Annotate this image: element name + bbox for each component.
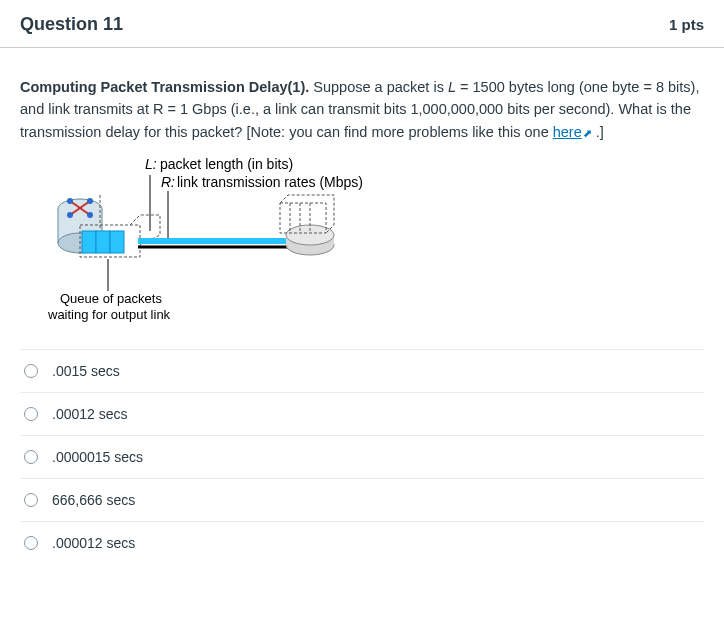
radio-icon [24,450,38,464]
prompt-text3: .] [592,124,604,140]
question-title: Question 11 [20,14,123,35]
here-link[interactable]: here⬈ [553,124,592,140]
radio-icon [24,493,38,507]
question-prompt: Computing Packet Transmission Delay(1). … [20,76,704,143]
external-link-icon: ⬈ [583,125,592,142]
answer-option-3[interactable]: 666,666 secs [20,479,704,522]
question-body: Computing Packet Transmission Delay(1). … [0,48,724,584]
label-L-pre: L: [145,156,157,172]
radio-icon [24,536,38,550]
label-R-pre: R: [161,174,175,190]
answer-option-1[interactable]: .00012 secs [20,393,704,436]
svg-point-11 [87,198,93,204]
queue-label-1: Queue of packets [60,291,162,306]
prompt-italic-L: L [448,79,456,95]
question-header: Question 11 1 pts [0,0,724,48]
svg-rect-16 [110,231,124,253]
here-link-text: here [553,124,582,140]
answer-label: .00012 secs [52,406,128,422]
radio-icon [24,407,38,421]
svg-rect-15 [96,231,110,253]
prompt-text1: Suppose a packet is [309,79,448,95]
answer-option-2[interactable]: .0000015 secs [20,436,704,479]
transmission-diagram: L: packet length (in bits) R: link trans… [30,153,370,333]
answer-label: 666,666 secs [52,492,135,508]
svg-point-10 [67,198,73,204]
answer-option-0[interactable]: .0015 secs [20,350,704,393]
question-points: 1 pts [669,16,704,33]
answer-label: .000012 secs [52,535,135,551]
label-R: link transmission rates (Mbps) [177,174,363,190]
answer-option-4[interactable]: .000012 secs [20,522,704,564]
svg-point-12 [67,212,73,218]
answer-label: .0015 secs [52,363,120,379]
label-L: packet length (in bits) [160,156,293,172]
answer-list: .0015 secs .00012 secs .0000015 secs 666… [20,349,704,564]
svg-rect-14 [82,231,96,253]
answer-label: .0000015 secs [52,449,143,465]
svg-point-13 [87,212,93,218]
radio-icon [24,364,38,378]
queue-label-2: waiting for output link [47,307,171,322]
prompt-bold: Computing Packet Transmission Delay(1). [20,79,309,95]
